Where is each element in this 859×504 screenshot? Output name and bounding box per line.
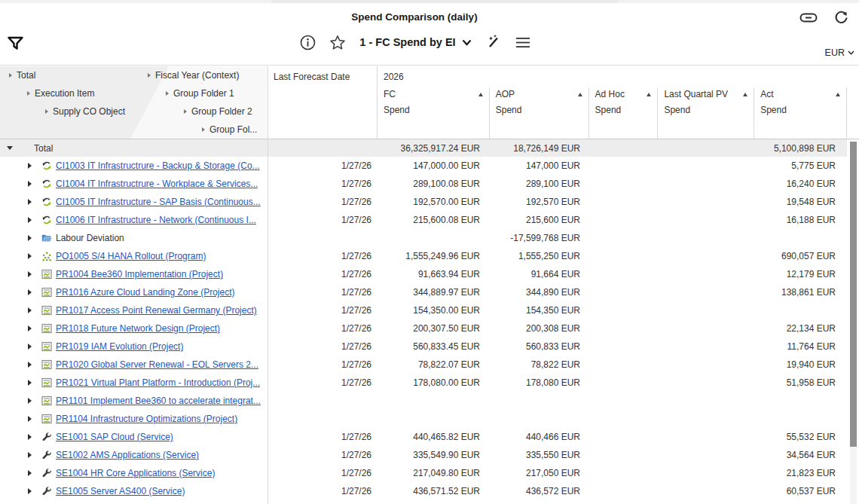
table-row: PR1104 Infrastructure Optimizations (Pro… bbox=[0, 410, 847, 428]
row-dim-total[interactable]: Total bbox=[9, 70, 35, 81]
star-icon[interactable] bbox=[329, 35, 346, 50]
column-header-last-forecast-date: Last Forecast Date bbox=[267, 66, 377, 139]
expand-arrow-icon[interactable] bbox=[27, 91, 30, 96]
vertical-scrollbar-thumb[interactable] bbox=[850, 142, 857, 447]
act-spend-cell: 22,134 EUR bbox=[754, 323, 847, 334]
expand-arrow-icon[interactable] bbox=[28, 416, 32, 422]
row-label[interactable]: Labour Deviation bbox=[56, 233, 124, 243]
aop-spend-cell: 436,572 EUR bbox=[488, 486, 588, 496]
col-dim-group-folder-2[interactable]: Group Folder 2 bbox=[184, 106, 252, 117]
row-label[interactable]: SE1004 HR Core Applications (Service) bbox=[56, 468, 215, 478]
expand-arrow-icon[interactable] bbox=[28, 380, 32, 386]
expand-arrow-icon[interactable] bbox=[28, 452, 32, 458]
project-icon bbox=[41, 305, 52, 316]
last-forecast-date-cell: 1/27/26 bbox=[267, 377, 377, 388]
row-label[interactable]: CI1005 IT Infrastructure - SAP Basis (Co… bbox=[56, 197, 261, 207]
expand-arrow-icon[interactable] bbox=[28, 199, 32, 205]
row-label[interactable]: PR1016 Azure Cloud Landing Zone (Project… bbox=[56, 287, 234, 298]
total-aop-cell: 18,726,149 EUR bbox=[488, 143, 588, 154]
expand-arrow-icon[interactable] bbox=[28, 307, 32, 313]
table-row: PR1020 Global Server Renewal - EOL Serve… bbox=[0, 356, 847, 374]
row-label[interactable]: PR1020 Global Server Renewal - EOL Serve… bbox=[56, 359, 258, 370]
sort-ascending-icon[interactable] bbox=[743, 93, 747, 96]
row-label[interactable]: SE1001 SAP Cloud (Service) bbox=[56, 432, 173, 442]
expand-arrow-icon[interactable] bbox=[202, 127, 205, 132]
total-act-cell: 5,100,898 EUR bbox=[754, 143, 847, 154]
expand-arrow-icon[interactable] bbox=[9, 73, 12, 78]
table-body-wrap: Total 36,325,917.24 EUR 18,726,149 EUR 5… bbox=[0, 139, 847, 500]
fc-spend-cell: 91,663.94 EUR bbox=[377, 269, 488, 279]
fc-spend-cell: 335,549.90 EUR bbox=[377, 450, 488, 460]
aop-spend-cell: -17,599,768 EUR bbox=[488, 233, 588, 243]
total-row-label: Total bbox=[34, 143, 53, 154]
expand-arrow-icon[interactable] bbox=[28, 362, 32, 368]
expand-arrow-icon[interactable] bbox=[28, 398, 32, 404]
expand-arrow-icon[interactable] bbox=[184, 109, 187, 114]
row-label[interactable]: PR1017 Access Point Renewal Germany (Pro… bbox=[56, 305, 257, 316]
row-label[interactable]: CI1006 IT Infrastructure - Network (Cont… bbox=[56, 215, 256, 225]
col-dim-group-folder-1[interactable]: Group Folder 1 bbox=[166, 88, 234, 99]
link-icon[interactable] bbox=[799, 12, 818, 23]
expand-arrow-icon[interactable] bbox=[28, 271, 32, 277]
year-header: 2026 bbox=[384, 72, 404, 82]
info-icon[interactable] bbox=[300, 35, 316, 50]
expand-arrow-icon[interactable] bbox=[28, 235, 32, 241]
currency-selector[interactable]: EUR bbox=[825, 47, 854, 58]
currency-label: EUR bbox=[825, 47, 845, 58]
project-icon bbox=[41, 396, 52, 406]
view-selector[interactable]: 1 - FC Spend by EI bbox=[359, 36, 471, 48]
expand-arrow-icon[interactable] bbox=[28, 325, 32, 331]
row-label[interactable]: SE1002 AMS Applications (Service) bbox=[56, 450, 199, 460]
hamburger-menu-icon[interactable] bbox=[515, 37, 530, 48]
act-spend-cell: 16,188 EUR bbox=[754, 215, 847, 225]
row-label[interactable]: PR1104 Infrastructure Optimizations (Pro… bbox=[56, 414, 237, 424]
expand-arrow-icon[interactable] bbox=[166, 91, 169, 96]
row-dim-execution-item[interactable]: Execution Item bbox=[27, 88, 94, 99]
row-label[interactable]: SE1005 Server AS400 (Service) bbox=[56, 486, 185, 496]
row-dim-supply-co-object[interactable]: Supply CO Object bbox=[45, 106, 125, 117]
fc-spend-cell: 440,465.82 EUR bbox=[377, 432, 488, 442]
top-strip bbox=[0, 0, 859, 3]
vertical-scrollbar[interactable] bbox=[850, 142, 857, 504]
row-label[interactable]: PR1021 Virtual Plant Platform - Introduc… bbox=[56, 377, 260, 388]
collapse-arrow-icon[interactable] bbox=[7, 146, 13, 150]
expand-arrow-icon[interactable] bbox=[28, 217, 32, 223]
last-forecast-date-cell: 1/27/26 bbox=[267, 179, 377, 189]
magic-wand-icon[interactable] bbox=[485, 34, 502, 50]
sort-ascending-icon[interactable] bbox=[478, 93, 483, 96]
row-label[interactable]: CI1003 IT Infrastructrure - Backup & Sto… bbox=[56, 160, 260, 171]
column-header-aop: AOP Spend bbox=[489, 87, 588, 139]
last-forecast-date-cell: 1/27/26 bbox=[267, 215, 377, 225]
expand-arrow-icon[interactable] bbox=[28, 163, 32, 169]
fc-spend-cell: 215,600.08 EUR bbox=[377, 215, 488, 225]
expand-arrow-icon[interactable] bbox=[148, 73, 151, 78]
expand-arrow-icon[interactable] bbox=[28, 434, 32, 440]
col-dim-group-folder-3[interactable]: Group Fol... bbox=[202, 124, 257, 135]
act-spend-cell: 11,764 EUR bbox=[754, 341, 847, 352]
row-label[interactable]: PR1101 Implement Bee360 to accelerate in… bbox=[56, 396, 261, 406]
sort-ascending-icon[interactable] bbox=[578, 93, 582, 96]
expand-arrow-icon[interactable] bbox=[28, 344, 32, 350]
expand-arrow-icon[interactable] bbox=[28, 253, 32, 259]
row-label[interactable]: PR1019 IAM Evolution (Project) bbox=[56, 341, 183, 352]
refresh-icon[interactable] bbox=[834, 11, 848, 25]
project-icon bbox=[41, 414, 52, 424]
expand-arrow-icon[interactable] bbox=[45, 109, 48, 114]
view-selector-label: 1 - FC Spend by EI bbox=[359, 36, 455, 48]
col-dim-fiscal-year[interactable]: Fiscal Year (Context) bbox=[148, 70, 239, 81]
row-label[interactable]: PR1004 Bee360 Implementation (Project) bbox=[56, 269, 223, 279]
sort-ascending-icon[interactable] bbox=[647, 93, 651, 96]
row-label[interactable]: PR1018 Future Network Design (Project) bbox=[56, 323, 220, 334]
expand-arrow-icon[interactable] bbox=[28, 289, 32, 295]
chevron-down-icon bbox=[848, 50, 854, 55]
table-row: PR1004 Bee360 Implementation (Project) 1… bbox=[0, 265, 847, 283]
sort-ascending-icon[interactable] bbox=[836, 93, 840, 96]
act-spend-cell: 138,861 EUR bbox=[754, 287, 847, 298]
row-label[interactable]: CI1004 IT Infrastructrure - Workplace & … bbox=[56, 179, 258, 189]
expand-arrow-icon[interactable] bbox=[28, 181, 32, 187]
row-label[interactable]: PO1005 S/4 HANA Rollout (Program) bbox=[56, 251, 206, 261]
table-row: CI1006 IT Infrastructure - Network (Cont… bbox=[0, 211, 847, 229]
continuous-improvement-icon bbox=[41, 197, 52, 207]
expand-arrow-icon[interactable] bbox=[28, 488, 32, 494]
expand-arrow-icon[interactable] bbox=[28, 470, 32, 476]
